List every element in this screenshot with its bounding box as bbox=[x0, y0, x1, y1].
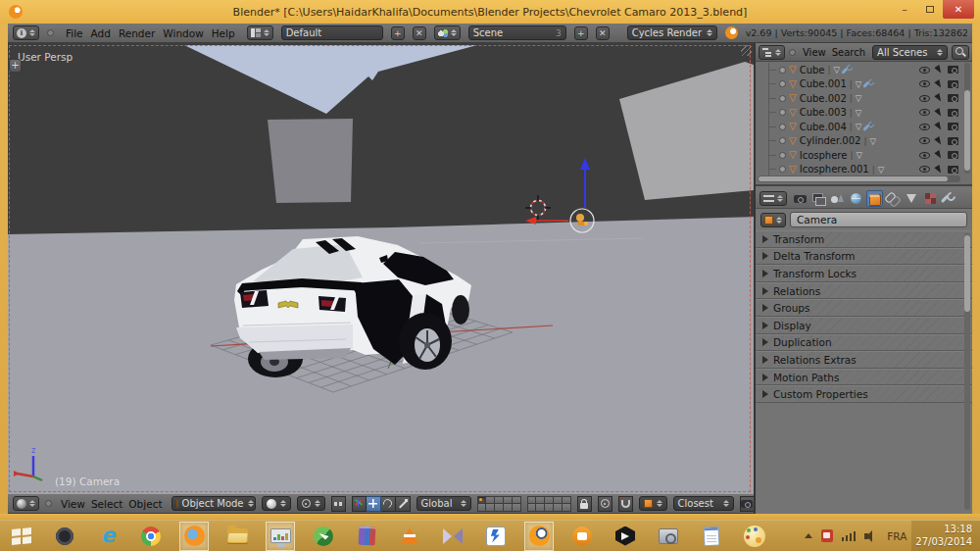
outliner-row[interactable]: ▽Cube.004|▽ bbox=[769, 120, 960, 134]
taskbar-chrome[interactable] bbox=[136, 522, 166, 551]
outliner-row[interactable]: ▽Cylinder.002|▽ bbox=[769, 134, 960, 149]
selectable-cursor-icon[interactable] bbox=[934, 93, 943, 103]
maximize-button[interactable] bbox=[917, 0, 943, 18]
layer-toggle[interactable] bbox=[495, 496, 504, 504]
properties-tab-scene[interactable] bbox=[829, 190, 846, 207]
outliner-search-button[interactable] bbox=[952, 45, 969, 60]
taskbar-internet-explorer[interactable] bbox=[93, 522, 122, 551]
object-name[interactable]: Cube.002 bbox=[800, 93, 847, 104]
close-button[interactable]: ✕ bbox=[943, 0, 974, 19]
expand-icon[interactable] bbox=[779, 152, 786, 159]
minimize-button[interactable]: – bbox=[892, 0, 917, 18]
properties-vertical-scrollbar[interactable] bbox=[964, 235, 970, 312]
proportional-edit-button[interactable] bbox=[598, 496, 612, 512]
taskbar-file-explorer[interactable] bbox=[222, 522, 252, 551]
taskbar-photo-app[interactable] bbox=[481, 522, 511, 551]
menu-search[interactable]: Search bbox=[829, 47, 868, 58]
layer-toggle[interactable] bbox=[504, 496, 513, 504]
outliner-display-filter[interactable]: All Scenes bbox=[872, 45, 948, 60]
manipulate-center-points-toggle[interactable] bbox=[331, 496, 346, 512]
taskbar-vlc[interactable] bbox=[395, 522, 424, 551]
collapse-menus-toggle[interactable] bbox=[47, 29, 54, 36]
taskbar-firefox[interactable] bbox=[179, 522, 209, 551]
selectable-cursor-icon[interactable] bbox=[934, 108, 943, 118]
selectable-cursor-icon[interactable] bbox=[934, 136, 943, 146]
outliner-row[interactable]: ▽Cube.002|▽ bbox=[769, 91, 960, 106]
panel-transform[interactable]: Transform bbox=[756, 230, 972, 248]
outliner-row[interactable]: ▽Cube.003|▽ bbox=[769, 106, 960, 121]
renderable-camera-icon[interactable] bbox=[948, 166, 958, 174]
panel-groups[interactable]: Groups bbox=[756, 299, 972, 317]
rotate-manipulator-button[interactable] bbox=[381, 496, 396, 512]
mode-select[interactable]: Object Mode bbox=[172, 496, 256, 511]
expand-icon[interactable] bbox=[779, 80, 786, 87]
tray-expand-icon[interactable] bbox=[805, 533, 812, 538]
snap-element-select[interactable] bbox=[639, 496, 667, 511]
properties-tab-data[interactable] bbox=[904, 190, 920, 207]
toolshelf-expand-button[interactable]: + bbox=[9, 59, 22, 73]
layer-toggle[interactable] bbox=[563, 504, 571, 512]
panel-display[interactable]: Display bbox=[756, 317, 972, 334]
selectable-cursor-icon[interactable] bbox=[934, 79, 943, 89]
taskbar-blender[interactable] bbox=[524, 522, 554, 551]
add-layout-button[interactable]: + bbox=[391, 26, 405, 40]
layer-toggle[interactable] bbox=[536, 496, 545, 504]
clock[interactable]: 13:18 27/03/2014 bbox=[915, 524, 972, 548]
screen-layout-field[interactable]: Default bbox=[281, 25, 383, 40]
layer-toggle[interactable] bbox=[554, 504, 563, 512]
transform-orientation-select[interactable]: Global bbox=[416, 496, 471, 511]
layer-toggle[interactable] bbox=[513, 496, 521, 504]
taskbar-idm[interactable] bbox=[309, 522, 338, 551]
object-name[interactable]: Cube bbox=[800, 65, 825, 75]
panel-relations[interactable]: Relations bbox=[756, 282, 972, 300]
menu-render[interactable]: Render bbox=[115, 27, 159, 39]
menu-view[interactable]: View bbox=[58, 498, 88, 510]
expand-icon[interactable] bbox=[779, 109, 786, 116]
menu-help[interactable]: Help bbox=[208, 27, 239, 39]
expand-icon[interactable] bbox=[779, 124, 786, 130]
render-engine-select[interactable]: Cycles Render bbox=[627, 25, 717, 40]
visibility-eye-icon[interactable] bbox=[919, 109, 930, 116]
expand-icon[interactable] bbox=[779, 67, 786, 74]
object-name[interactable]: Cube.003 bbox=[800, 107, 847, 118]
renderable-camera-icon[interactable] bbox=[948, 151, 958, 159]
outliner-row[interactable]: ▽Cube|▽ bbox=[769, 63, 960, 77]
layer-toggle[interactable] bbox=[477, 504, 486, 512]
taskbar-notepad[interactable] bbox=[697, 522, 726, 551]
taskbar-start[interactable] bbox=[7, 522, 36, 551]
expand-icon[interactable] bbox=[779, 95, 786, 102]
editor-type-button[interactable] bbox=[759, 45, 785, 60]
properties-tab-world[interactable] bbox=[848, 190, 864, 207]
selectable-cursor-icon[interactable] bbox=[934, 65, 943, 75]
properties-tab-render-layers[interactable] bbox=[810, 190, 827, 207]
snap-toggle-button[interactable] bbox=[618, 496, 633, 512]
render-image-button[interactable] bbox=[740, 496, 754, 512]
delete-layout-button[interactable]: ✕ bbox=[413, 26, 426, 40]
visibility-eye-icon[interactable] bbox=[919, 152, 930, 159]
layer-toggle[interactable] bbox=[513, 504, 521, 512]
object-id-icon-button[interactable] bbox=[760, 213, 786, 227]
selectable-cursor-icon[interactable] bbox=[934, 150, 943, 160]
object-name[interactable]: Icosphere bbox=[800, 150, 848, 161]
panel-motion-paths[interactable]: Motion Paths bbox=[756, 369, 972, 386]
layer-toggle[interactable] bbox=[545, 504, 554, 512]
object-name[interactable]: Cube.001 bbox=[800, 78, 847, 89]
selectable-cursor-icon[interactable] bbox=[934, 122, 943, 131]
layer-toggle[interactable] bbox=[545, 496, 554, 504]
outliner-row[interactable]: ▽Icosphere|▽ bbox=[769, 148, 960, 163]
taskbar-kmplayer[interactable] bbox=[438, 522, 467, 551]
layer-toggle[interactable] bbox=[477, 496, 486, 504]
menu-window[interactable]: Window bbox=[159, 27, 207, 39]
outliner-horizontal-scrollbar[interactable] bbox=[758, 175, 960, 182]
screen-layout-icon-button[interactable] bbox=[247, 25, 273, 40]
panel-relations-extras[interactable]: Relations Extras bbox=[756, 351, 972, 369]
object-name[interactable]: Icosphere.001 bbox=[800, 164, 869, 175]
visibility-eye-icon[interactable] bbox=[919, 137, 930, 144]
selectable-cursor-icon[interactable] bbox=[934, 165, 943, 175]
panel-custom-properties[interactable]: Custom Properties bbox=[756, 385, 972, 403]
outliner-vertical-scrollbar[interactable] bbox=[964, 90, 970, 171]
translate-manipulator-button[interactable] bbox=[367, 496, 381, 512]
editor-type-button[interactable] bbox=[13, 496, 39, 511]
expand-icon[interactable] bbox=[779, 166, 786, 173]
layer-toggle[interactable] bbox=[527, 496, 536, 504]
